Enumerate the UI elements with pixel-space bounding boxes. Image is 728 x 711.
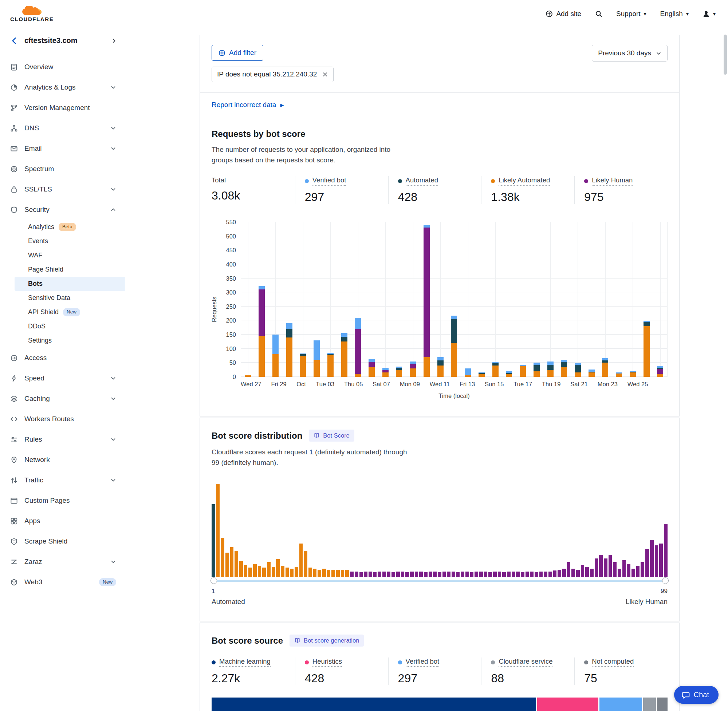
cloudflare-logo[interactable]: CLOUDFLARE xyxy=(10,6,53,22)
back-arrow-icon[interactable] xyxy=(10,37,18,45)
language-menu[interactable]: English ▾ xyxy=(660,10,689,18)
sidebar-nav: OverviewAnalytics & LogsVersion Manageme… xyxy=(0,53,125,711)
sidebar-item-rules[interactable]: Rules xyxy=(0,429,125,450)
score-bar-31 xyxy=(350,572,354,577)
verified-bot-segment xyxy=(424,225,430,228)
sidebar-subitem-events[interactable]: Events xyxy=(15,234,125,248)
score-bar-33 xyxy=(359,572,363,577)
y-axis-ticks: 050100150200250300350400450500550 xyxy=(222,222,241,377)
verified-bot-bar-segment xyxy=(600,698,642,711)
sidebar-item-speed[interactable]: Speed xyxy=(0,368,125,388)
chevron-down-icon xyxy=(110,437,116,443)
likely-automated-segment xyxy=(258,336,265,377)
filters-and-requests-card: Add filter Previous 30 days IP does not … xyxy=(199,35,679,416)
sidebar-item-ssl-tls[interactable]: SSL/TLS xyxy=(0,179,125,199)
account-menu[interactable]: ▾ xyxy=(703,10,716,18)
slider-track xyxy=(211,580,667,582)
verified-bot-segment xyxy=(437,357,444,360)
sidebar-item-spectrum[interactable]: Spectrum xyxy=(0,159,125,179)
search-icon[interactable] xyxy=(595,10,602,18)
sidebar-item-network[interactable]: Network xyxy=(0,450,125,470)
automated-legend-dot xyxy=(398,179,402,183)
likely-automated-segment xyxy=(328,355,334,377)
chat-button[interactable]: Chat xyxy=(674,686,719,704)
stacked-bar-fri-29 xyxy=(272,222,279,377)
scrollbar-thumb[interactable] xyxy=(724,35,727,75)
sidebar-subitem-page-shield[interactable]: Page Shield xyxy=(15,263,125,277)
scrape-icon xyxy=(10,538,18,545)
sidebar-item-dns[interactable]: DNS xyxy=(0,118,125,138)
sidebar: cftestsite3.com OverviewAnalytics & Logs… xyxy=(0,28,125,711)
stat-not-computed: Not computed75 xyxy=(574,658,667,685)
sidebar-subitem-ddos[interactable]: DDoS xyxy=(15,319,125,333)
slider-max-value: 99 xyxy=(661,588,667,595)
sidebar-item-custom-pages[interactable]: Custom Pages xyxy=(0,490,125,511)
score-bar-15 xyxy=(276,559,280,577)
sidebar-subitem-sensitive-data[interactable]: Sensitive Data xyxy=(15,291,125,305)
sidebar-subitem-bots[interactable]: Bots xyxy=(15,277,125,291)
heuristics-legend-dot xyxy=(305,660,309,664)
remove-filter-icon[interactable] xyxy=(322,71,328,78)
chevron-right-icon[interactable] xyxy=(111,38,117,44)
verified-bot-segment xyxy=(341,333,347,336)
source-distribution-bar xyxy=(211,698,667,711)
score-bar-54 xyxy=(456,572,460,577)
sidebar-item-caching[interactable]: Caching xyxy=(0,388,125,409)
stat-value: 3.08k xyxy=(211,189,291,202)
score-bar-16 xyxy=(281,566,284,577)
likely-automated-segment xyxy=(506,374,512,377)
y-tick-label: 100 xyxy=(226,345,236,352)
likely-automated-segment xyxy=(410,369,416,377)
sidebar-item-apps[interactable]: Apps xyxy=(0,511,125,531)
score-range-slider[interactable] xyxy=(211,577,667,584)
score-bar-24 xyxy=(317,570,321,577)
add-site-button[interactable]: Add site xyxy=(546,10,581,18)
sidebar-item-scrape-shield[interactable]: Scrape Shield xyxy=(0,531,125,552)
score-bar-66 xyxy=(512,572,515,577)
sidebar-item-web3[interactable]: Web3New xyxy=(0,572,125,592)
sidebar-item-workers-routes[interactable]: Workers Routes xyxy=(0,409,125,429)
sidebar-item-label: Scrape Shield xyxy=(24,537,116,545)
bot-score-badge[interactable]: Bot Score xyxy=(309,429,354,442)
automated-segment xyxy=(341,337,347,342)
sidebar-item-overview[interactable]: Overview xyxy=(0,57,125,77)
report-incorrect-data-link[interactable]: Report incorrect data ▶ xyxy=(200,93,679,117)
slider-handle-max[interactable] xyxy=(662,577,669,584)
sidebar-item-security[interactable]: Security xyxy=(0,199,125,220)
likely-human-segment xyxy=(657,369,663,374)
sidebar-item-analytics-logs[interactable]: Analytics & Logs xyxy=(0,77,125,97)
sidebar-item-email[interactable]: Email xyxy=(0,138,125,159)
sidebar-item-label: Email xyxy=(24,145,104,152)
requests-stats-row: Total3.08kVerified bot297Automated428Lik… xyxy=(211,176,667,204)
score-bar-25 xyxy=(322,569,326,577)
score-bar-57 xyxy=(470,572,474,577)
subitem-label: Settings xyxy=(28,337,52,344)
y-tick-label: 150 xyxy=(226,331,236,338)
sidebar-item-zaraz[interactable]: Zaraz xyxy=(0,552,125,572)
window-icon xyxy=(10,497,18,504)
sidebar-subitem-settings[interactable]: Settings xyxy=(15,333,125,348)
y-tick-label: 250 xyxy=(226,303,236,310)
slider-handle-min[interactable] xyxy=(211,577,217,584)
sidebar-item-version-management[interactable]: Version Management xyxy=(0,97,125,118)
sidebar-subitem-waf[interactable]: WAF xyxy=(15,248,125,263)
verified-bot-segment xyxy=(313,341,320,360)
bot-score-generation-badge[interactable]: Bot score generation xyxy=(289,634,364,646)
site-name: cftestsite3.com xyxy=(24,36,105,45)
sidebar-subitem-api-shield[interactable]: API ShieldNew xyxy=(15,305,125,319)
add-filter-button[interactable]: Add filter xyxy=(211,45,263,61)
sidebar-item-label: Security xyxy=(24,206,104,214)
x-tick-label: Fri 13 xyxy=(459,381,475,389)
sidebar-item-access[interactable]: Access xyxy=(0,348,125,368)
likely-human-segment xyxy=(258,289,265,336)
support-menu[interactable]: Support ▾ xyxy=(616,10,647,18)
slider-max-label: Likely Human xyxy=(626,598,667,606)
subitem-label: Page Shield xyxy=(28,266,63,273)
sidebar-item-traffic[interactable]: Traffic xyxy=(0,470,125,490)
user-icon xyxy=(703,10,710,18)
likely-automated-segment xyxy=(272,354,279,377)
score-bar-85 xyxy=(599,555,603,577)
score-bar-3 xyxy=(221,538,224,577)
date-range-select[interactable]: Previous 30 days xyxy=(592,45,667,62)
sidebar-subitem-analytics[interactable]: AnalyticsBeta xyxy=(15,220,125,234)
